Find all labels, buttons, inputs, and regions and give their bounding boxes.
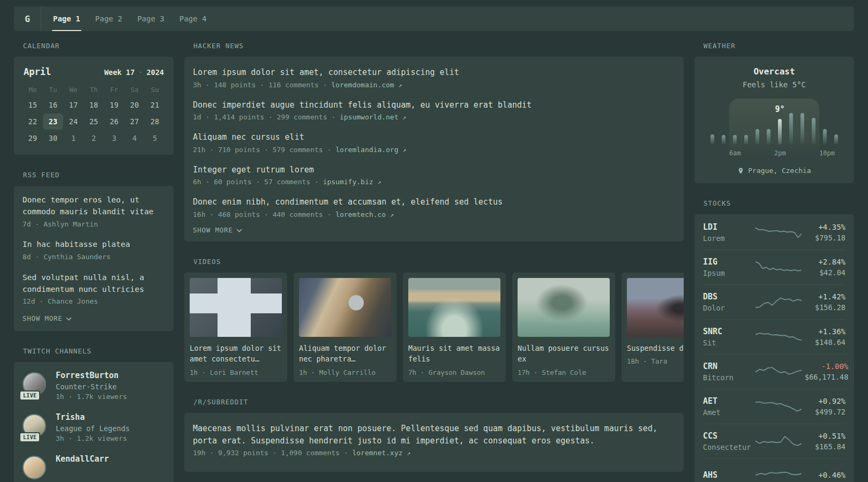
video-card[interactable]: Nullam posuere cursus ex 17h · Stefan Co… <box>512 273 615 382</box>
stock-name: Sit <box>703 338 752 347</box>
stock-sparkline <box>755 223 802 242</box>
weather-location-row: Prague, Czechia <box>703 167 845 175</box>
weather-bar <box>823 129 827 145</box>
video-thumbnail[interactable] <box>190 278 282 337</box>
video-card[interactable]: Mauris sit amet massa felis 7h · Grayson… <box>403 273 506 382</box>
stock-sparkline <box>755 328 802 346</box>
stock-values: +4.35% $795.18 <box>805 223 845 242</box>
stock-row[interactable]: CRN Bitcorn -1.00% $66,171.48 <box>703 354 845 389</box>
weather-bar <box>834 134 838 145</box>
channel-name[interactable]: KendallCarr <box>56 454 109 464</box>
stock-symbol: SNRC <box>703 327 752 336</box>
stock-row[interactable]: DBS Dolor +1.42% $156.28 <box>703 284 845 319</box>
weather-bar-slot <box>808 118 819 145</box>
video-thumbnail[interactable] <box>518 278 610 337</box>
calendar-day: 5 <box>145 130 165 146</box>
stock-row[interactable]: CCS Consectetur +0.51% $165.84 <box>703 424 845 458</box>
video-title[interactable]: Mauris sit amet massa felis <box>408 343 500 365</box>
stock-row[interactable]: SNRC Sit +1.36% $148.64 <box>703 319 845 354</box>
news-item-title[interactable]: Donec imperdiet augue tincidunt felis al… <box>193 99 675 111</box>
news-item-domain-link[interactable]: loremnet.xyz ↗ <box>352 449 410 457</box>
video-card[interactable]: Lorem ipsum dolor sit amet consectetu… 1… <box>184 273 287 382</box>
news-item-title[interactable]: Lorem ipsum dolor sit amet, consectetur … <box>193 66 675 79</box>
stock-sparkline <box>755 363 802 381</box>
weather-widget: WEATHER Overcast Feels like 5°C 9° <box>694 42 854 183</box>
news-item-domain-link[interactable]: loremlandia.org ↗ <box>335 146 406 154</box>
rss-show-more-button[interactable]: SHOW MORE <box>23 314 165 322</box>
news-item-title[interactable]: Donec enim nibh, condimentum et accumsan… <box>193 196 675 208</box>
stock-sparkline <box>755 466 802 482</box>
stock-sparkline <box>755 432 802 450</box>
channel-avatar <box>23 456 46 479</box>
video-card[interactable]: Suspendisse diam 18h · Tara <box>622 273 684 382</box>
calendar-day: 30 <box>43 130 63 146</box>
video-title[interactable]: Suspendisse diam <box>627 343 684 354</box>
stock-row[interactable]: AET Amet +0.92% $499.72 <box>703 389 845 424</box>
twitch-channel[interactable]: KendallCarr <box>23 454 165 480</box>
weather-bar-slot <box>729 135 740 145</box>
stock-row[interactable]: LDI Lorem +4.35% $795.18 <box>703 215 845 250</box>
news-item-domain-link[interactable]: ipsumworld.net ↗ <box>340 113 407 121</box>
twitch-channel[interactable]: LIVE Trisha League of Legends 3h · 1.2k … <box>23 412 165 442</box>
weather-bar-slot <box>797 113 808 145</box>
tab-page-2[interactable]: Page 2 <box>88 6 130 31</box>
channel-viewers: 3h · 1.2k viewers <box>56 434 130 442</box>
twitch-card: LIVE ForrestBurton Counter-Strike 1h · 1… <box>14 362 174 482</box>
calendar-day: 25 <box>84 114 104 130</box>
weekday-label: Th <box>84 86 104 94</box>
weather-bar <box>767 129 770 145</box>
rss-card: Donec tempor eros leo, ut commodo mauris… <box>14 186 174 331</box>
hackernews-section-title: HACKER NEWS <box>193 42 684 50</box>
rss-item-title[interactable]: Sed volutpat nulla nisl, a condimentum n… <box>23 272 165 296</box>
tab-page-1[interactable]: Page 1 <box>46 6 88 31</box>
calendar-day: 4 <box>124 130 145 146</box>
news-item-title[interactable]: Maecenas mollis pulvinar erat non posuer… <box>193 423 675 447</box>
weather-bar <box>744 135 748 145</box>
video-title[interactable]: Aliquam tempor dolor nec pharetra… <box>299 343 391 365</box>
stock-symbol: AET <box>703 396 752 406</box>
stock-id: CCS Consectetur <box>703 431 752 451</box>
app-logo[interactable]: G <box>14 6 41 31</box>
stock-row[interactable]: IIG Ipsum +2.84% $42.04 <box>703 250 845 284</box>
rss-item-title[interactable]: In hac habitasse platea <box>23 239 165 251</box>
calendar-day: 27 <box>124 114 145 130</box>
subreddit-list: Maecenas mollis pulvinar erat non posuer… <box>193 423 675 457</box>
news-item-domain-link[interactable]: loremtech.co ↗ <box>335 210 394 219</box>
twitch-channel[interactable]: LIVE ForrestBurton Counter-Strike 1h · 1… <box>23 371 165 401</box>
weekday-label: Fr <box>104 86 124 94</box>
news-item-domain-link[interactable]: ipsumify.biz ↗ <box>323 178 381 186</box>
weather-card: Overcast Feels like 5°C 9° <box>694 57 854 183</box>
calendar-grid: 1516171819202122232425262728293012345 <box>23 97 165 146</box>
video-thumbnail[interactable] <box>627 278 684 337</box>
videos-row: Lorem ipsum dolor sit amet consectetu… 1… <box>184 273 684 382</box>
news-item: Integer eget rutrum lorem 6h · 60 points… <box>193 164 675 186</box>
hackernews-show-more-button[interactable]: SHOW MORE <box>193 226 675 234</box>
channel-name[interactable]: Trisha <box>56 412 130 422</box>
weather-section-title: WEATHER <box>704 42 854 50</box>
calendar-day: 15 <box>23 97 43 113</box>
video-thumbnail[interactable] <box>299 278 391 337</box>
calendar-section-title: CALENDAR <box>23 42 174 50</box>
channel-name[interactable]: ForrestBurton <box>56 371 127 380</box>
news-item-title[interactable]: Aliquam nec cursus elit <box>193 131 675 144</box>
middle-column: HACKER NEWS Lorem ipsum dolor sit amet, … <box>184 42 684 482</box>
news-item-domain-link[interactable]: loremdomain.com ↗ <box>331 81 402 89</box>
weather-current-temp: 9° <box>775 104 784 114</box>
calendar-day: 28 <box>145 114 165 130</box>
video-card[interactable]: Aliquam tempor dolor nec pharetra… 1h · … <box>294 273 396 382</box>
stock-row[interactable]: AHS +0.46% <box>703 458 845 482</box>
rss-item-meta: 7d · Ashlyn Martin <box>23 220 165 230</box>
weather-time-label: 10pm <box>819 149 830 157</box>
weather-location: Prague, Czechia <box>748 167 811 175</box>
video-thumbnail[interactable] <box>408 278 500 337</box>
news-item-meta: 3h · 148 points · 116 comments · loremdo… <box>193 81 675 89</box>
rss-item-title[interactable]: Donec tempor eros leo, ut commodo mauris… <box>23 194 165 218</box>
stock-price: $42.04 <box>805 268 845 277</box>
calendar-card: April Week 17·2024 MoTuWeThFrSaSu 151617… <box>14 57 174 155</box>
tab-page-3[interactable]: Page 3 <box>130 6 172 31</box>
video-title[interactable]: Nullam posuere cursus ex <box>518 343 610 365</box>
rss-item: Donec tempor eros leo, ut commodo mauris… <box>23 194 165 229</box>
tab-page-4[interactable]: Page 4 <box>172 6 214 31</box>
news-item-title[interactable]: Integer eget rutrum lorem <box>193 164 675 176</box>
video-title[interactable]: Lorem ipsum dolor sit amet consectetu… <box>190 343 282 365</box>
